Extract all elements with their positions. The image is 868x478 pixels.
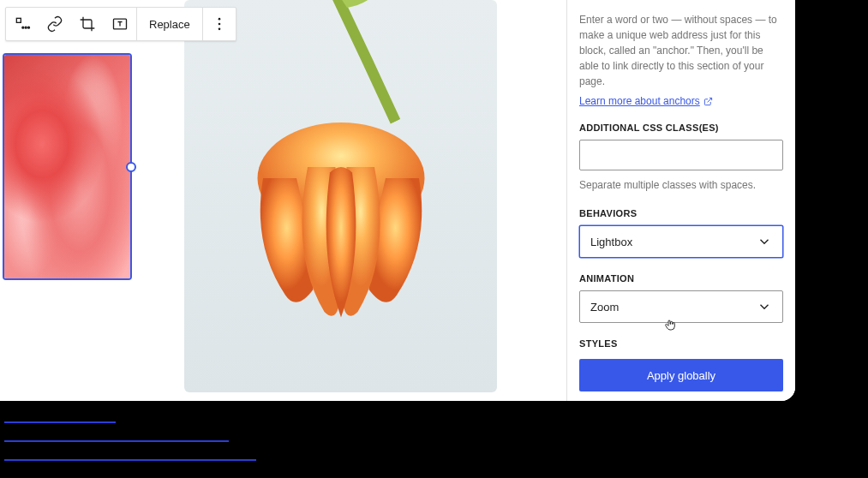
external-link-icon <box>703 97 713 106</box>
svg-rect-0 <box>16 18 21 22</box>
resize-handle-right[interactable] <box>126 162 136 172</box>
learn-anchors-link[interactable]: Learn more about anchors <box>579 95 713 107</box>
svg-point-6 <box>218 23 220 26</box>
learn-anchors-link-label: Learn more about anchors <box>579 95 700 107</box>
chevron-down-icon <box>757 234 772 249</box>
svg-point-2 <box>22 27 24 28</box>
replace-button[interactable]: Replace <box>136 8 202 40</box>
styles-label: STYLES <box>579 338 783 349</box>
behaviors-value: Lightbox <box>590 236 632 248</box>
behaviors-select[interactable]: Lightbox <box>579 225 783 258</box>
selected-image-block[interactable] <box>3 53 132 280</box>
image-content-pink-flower <box>4 55 130 278</box>
anchor-help-text: Enter a word or two — without spaces — t… <box>579 12 783 89</box>
svg-point-1 <box>25 27 27 28</box>
chevron-down-icon <box>757 299 772 314</box>
block-settings-sidebar: Enter a word or two — without spaces — t… <box>567 0 795 401</box>
svg-point-7 <box>218 28 220 31</box>
behaviors-label: BEHAVIORS <box>579 208 783 218</box>
animation-select[interactable]: Zoom <box>579 290 783 323</box>
crop-icon[interactable] <box>71 8 104 40</box>
css-classes-input[interactable] <box>579 140 783 170</box>
align-icon[interactable] <box>6 8 39 40</box>
css-classes-label: ADDITIONAL CSS CLASS(ES) <box>579 122 783 133</box>
animation-value: Zoom <box>590 301 619 314</box>
svg-point-3 <box>28 27 30 28</box>
apply-globally-button[interactable]: Apply globally <box>579 359 783 391</box>
image-block-tulip[interactable] <box>184 0 497 392</box>
decorative-underlines <box>4 421 256 478</box>
text-overlay-icon[interactable] <box>104 8 136 40</box>
link-icon[interactable] <box>39 8 71 40</box>
more-options-icon[interactable] <box>203 8 236 40</box>
css-help-text: Separate multiple classes with spaces. <box>579 177 783 193</box>
editor-canvas: Replace <box>0 0 567 401</box>
block-toolbar: Replace <box>5 7 236 41</box>
svg-point-5 <box>218 18 220 21</box>
animation-label: ANIMATION <box>579 273 783 284</box>
image-content-orange-tulip <box>184 0 497 392</box>
